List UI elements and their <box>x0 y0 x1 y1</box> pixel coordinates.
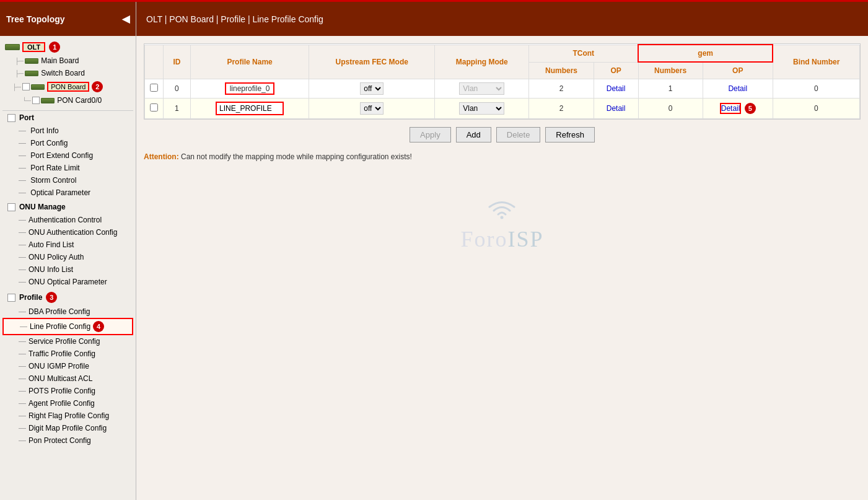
row0-fec-select[interactable]: off on <box>360 82 384 95</box>
sidebar-tree: OLT 1 ├─ Main Board ├─ Switch Board <box>0 36 136 500</box>
row1-profile-input[interactable] <box>216 102 284 115</box>
row1-checkbox[interactable] <box>150 103 158 112</box>
checkbox-profile <box>7 294 15 302</box>
row1-mapping-select[interactable]: Vlan GemPort <box>459 102 504 115</box>
refresh-button[interactable]: Refresh <box>545 127 595 143</box>
content-body: ID Profile Name Upstream FEC Mode Mappin… <box>136 36 868 500</box>
content-header: OLT | PON Board | Profile | Line Profile… <box>136 2 868 36</box>
row1-id: 1 <box>164 99 191 119</box>
line-profile-label: Line Profile Config <box>30 322 90 331</box>
row1-tcont-op[interactable]: Detail <box>594 99 638 119</box>
row0-mapping[interactable]: Vlan GemPort <box>435 79 529 99</box>
tree-icon-poncard <box>41 98 55 103</box>
nav-item-pots[interactable]: —POTS Profile Config <box>2 385 133 397</box>
nav-item-service-profile[interactable]: —Service Profile Config <box>2 335 133 348</box>
sidebar-title: Tree Topology <box>6 14 65 24</box>
nav-item-port-config[interactable]: — Port Config <box>2 137 133 149</box>
nav-item-port-rate[interactable]: — Port Rate Limit <box>2 162 133 174</box>
col-checkbox <box>145 45 164 79</box>
breadcrumb: OLT | PON Board | Profile | Line Profile… <box>146 14 323 24</box>
tree-node-main-board[interactable]: ├─ Main Board <box>2 55 133 67</box>
tree-node-switch-board[interactable]: ├─ Switch Board <box>2 67 133 79</box>
nav-item-onu-policy[interactable]: —ONU Policy Auth <box>2 251 133 263</box>
nav-item-optical[interactable]: — Optical Parameter <box>2 186 133 199</box>
watermark-wifi-icon <box>460 195 543 224</box>
nav-item-igmp[interactable]: —ONU IGMP Profile <box>2 360 133 372</box>
add-button[interactable]: Add <box>456 127 491 143</box>
svg-point-0 <box>501 216 504 219</box>
nav-item-agent[interactable]: —Agent Profile Config <box>2 397 133 410</box>
pon-card-label: PON Card0/0 <box>57 96 102 105</box>
nav-item-line-profile[interactable]: — Line Profile Config 4 <box>2 318 133 335</box>
tree-icon-switch <box>25 71 38 76</box>
checkbox-pon-card <box>32 97 40 104</box>
checkbox-port <box>7 114 15 122</box>
nav-item-pon-protect[interactable]: —Pon Protect Config <box>2 434 133 447</box>
nav-item-port-info[interactable]: — Port Info <box>2 125 133 137</box>
nav-group-profile-label: Profile <box>19 293 42 302</box>
col-bind-header: Bind Number <box>773 45 859 79</box>
tree-node-pon-card[interactable]: └─ PON Card0/0 <box>2 94 133 107</box>
watermark-text: ForoISP <box>460 226 543 252</box>
row0-gem-num: 1 <box>638 79 703 99</box>
badge-2: 2 <box>92 81 103 92</box>
nav-group-profile[interactable]: Profile 3 <box>2 289 133 305</box>
badge-5: 5 <box>745 103 756 114</box>
tree-icon-pon <box>31 84 45 90</box>
tree-node-olt[interactable]: OLT 1 <box>2 40 133 55</box>
olt-box: OLT <box>22 42 45 52</box>
nav-item-onu-auth[interactable]: —ONU Authentication Config <box>2 226 133 239</box>
col-upstream-fec-header: Upstream FEC Mode <box>309 45 435 79</box>
row1-bind: 0 <box>773 99 859 119</box>
badge-1: 1 <box>49 42 60 53</box>
button-row: Apply Add Delete Refresh <box>144 120 861 150</box>
nav-item-storm-control[interactable]: — Storm Control <box>2 174 133 186</box>
nav-item-onu-optical[interactable]: —ONU Optical Parameter <box>2 276 133 288</box>
row0-gem-op[interactable]: Detail <box>703 79 773 99</box>
nav-item-dba[interactable]: —DBA Profile Config <box>2 305 133 318</box>
tree-icon-main <box>25 58 38 64</box>
col-mapping-mode-header: Mapping Mode <box>435 45 529 79</box>
row0-tcont-op[interactable]: Detail <box>594 79 638 99</box>
col-tcont-numbers-header: Numbers <box>529 62 594 79</box>
data-table-container: ID Profile Name Upstream FEC Mode Mappin… <box>144 43 861 120</box>
row1-fec-select[interactable]: off on <box>360 102 384 115</box>
nav-item-auto-find[interactable]: —Auto Find List <box>2 239 133 251</box>
row0-tcont-num: 2 <box>529 79 594 99</box>
row1-fec[interactable]: off on <box>309 99 435 119</box>
col-gem-numbers-header: Numbers <box>638 62 703 79</box>
row1-gem-op[interactable]: Detail 5 <box>703 99 773 119</box>
nav-panel: Port — Port Info — Port Config — Port Ex… <box>2 110 133 447</box>
nav-item-traffic[interactable]: —Traffic Profile Config <box>2 348 133 360</box>
row0-mapping-select[interactable]: Vlan GemPort <box>459 82 504 95</box>
nav-item-onu-info[interactable]: —ONU Info List <box>2 263 133 276</box>
watermark: ForoISP <box>144 164 861 265</box>
row1-mapping[interactable]: Vlan GemPort <box>435 99 529 119</box>
nav-group-port[interactable]: Port <box>2 111 133 125</box>
checkbox-onu <box>7 203 15 211</box>
tree-icon-olt <box>5 44 20 50</box>
sidebar-collapse-icon[interactable]: ◀ <box>122 13 129 25</box>
nav-group-port-label: Port <box>19 113 34 122</box>
tree-node-pon-board[interactable]: ├─ PON Board 2 <box>2 79 133 94</box>
row0-fec[interactable]: off on <box>309 79 435 99</box>
row0-checkbox[interactable] <box>150 84 158 92</box>
apply-button[interactable]: Apply <box>410 127 451 143</box>
checkbox-pon <box>22 83 30 90</box>
nav-item-right-flag[interactable]: —Right Flag Profile Config <box>2 410 133 422</box>
col-tcont-op-header: OP <box>594 62 638 79</box>
sidebar: Tree Topology ◀ OLT 1 ├─ Main <box>0 2 136 500</box>
nav-item-multicast[interactable]: —ONU Multicast ACL <box>2 372 133 385</box>
nav-item-digit-map[interactable]: —Digit Map Profile Config <box>2 422 133 434</box>
main-board-label: Main Board <box>41 56 79 65</box>
row1-profile-name <box>190 99 309 119</box>
delete-button[interactable]: Delete <box>496 127 541 143</box>
nav-group-onu[interactable]: ONU Manage <box>2 200 133 214</box>
row0-bind: 0 <box>773 79 859 99</box>
badge-3: 3 <box>46 292 57 303</box>
row0-profile-name: lineprofile_0 <box>190 79 309 99</box>
col-tcont-group-header: TCont <box>529 45 638 62</box>
sidebar-header: Tree Topology ◀ <box>0 2 136 36</box>
nav-item-auth-ctrl[interactable]: —Authentication Control <box>2 214 133 226</box>
nav-item-port-extend[interactable]: — Port Extend Config <box>2 149 133 162</box>
